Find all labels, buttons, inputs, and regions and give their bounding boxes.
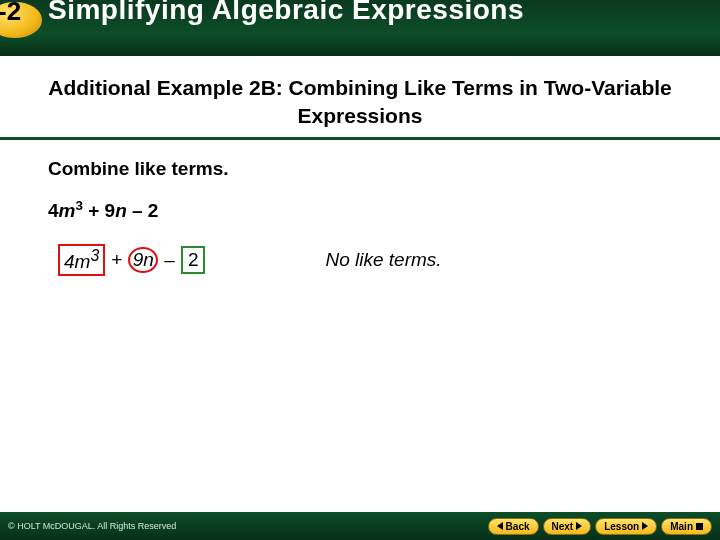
term2-coef: 9 — [105, 200, 116, 221]
triangle-right-icon — [576, 522, 582, 530]
lesson-button[interactable]: Lesson — [595, 518, 657, 535]
square-icon — [696, 523, 703, 530]
term3: 2 — [148, 200, 159, 221]
plus-sign: + — [111, 249, 122, 271]
term2-circle: 9n — [128, 247, 158, 273]
term1-coef: 4 — [48, 200, 59, 221]
slide-footer: © HOLT McDOUGAL. All Rights Reserved Bac… — [0, 512, 720, 540]
nav-buttons: Back Next Lesson Main — [488, 518, 712, 535]
next-label: Next — [552, 521, 574, 532]
chapter-title: Simplifying Algebraic Expressions — [48, 0, 524, 26]
triangle-left-icon — [497, 522, 503, 530]
term2-marked: 9n — [133, 249, 154, 271]
term1-box: 4m3 — [58, 244, 105, 276]
chapter-number: -2 — [0, 0, 21, 27]
instruction-text: Combine like terms. — [48, 158, 684, 180]
term1-marked-exp: 3 — [90, 247, 99, 264]
copyright-text: © HOLT McDOUGAL. All Rights Reserved — [8, 521, 176, 531]
next-button[interactable]: Next — [543, 518, 592, 535]
main-label: Main — [670, 521, 693, 532]
slide-content: Combine like terms. 4m3 + 9n – 2 4m3 + 9… — [0, 140, 720, 277]
term3-marked: 2 — [188, 249, 199, 270]
minus-sign: – — [164, 249, 175, 271]
back-button[interactable]: Back — [488, 518, 539, 535]
example-heading: Additional Example 2B: Combining Like Te… — [0, 56, 720, 135]
slide-header: -2 Simplifying Algebraic Expressions — [0, 0, 720, 56]
expression-marked-row: 4m3 + 9n – 2 No like terms. — [58, 244, 684, 276]
term1-var: m — [59, 200, 76, 221]
back-label: Back — [506, 521, 530, 532]
term1-marked: 4m — [64, 251, 90, 272]
no-like-terms-note: No like terms. — [325, 249, 441, 271]
term1-exp: 3 — [75, 198, 82, 213]
term2-var: n — [115, 200, 127, 221]
lesson-label: Lesson — [604, 521, 639, 532]
term3-box: 2 — [181, 246, 206, 274]
expression-original: 4m3 + 9n – 2 — [48, 198, 684, 222]
op-plus: + — [83, 200, 105, 221]
expression-marked: 4m3 + 9n – 2 — [58, 244, 205, 276]
main-button[interactable]: Main — [661, 518, 712, 535]
op-minus: – — [127, 200, 148, 221]
triangle-right-icon — [642, 522, 648, 530]
